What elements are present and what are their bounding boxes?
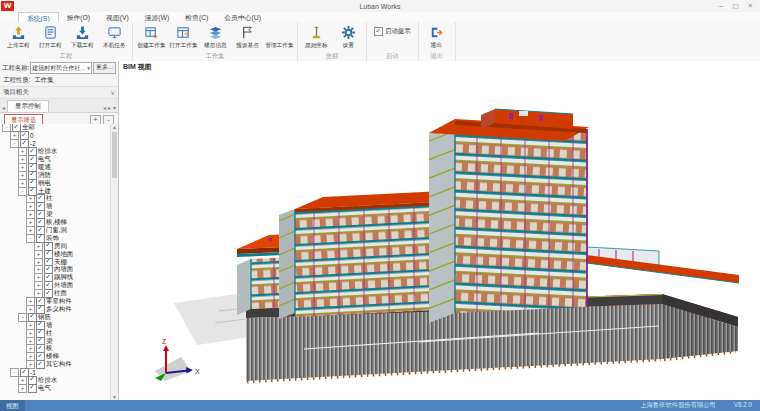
- menu-tab-检查(C)[interactable]: 检查(C): [177, 12, 216, 22]
- ribbon-button-label: 管理工作集: [265, 41, 293, 49]
- checkbox-checked-icon[interactable]: [36, 360, 45, 369]
- ribbon-button-label: 预设基点: [236, 41, 259, 49]
- ribbon-button-本机任务[interactable]: 本机任务: [98, 23, 130, 51]
- floor-info-icon: [208, 25, 223, 40]
- tree-item-电气[interactable]: +电气: [0, 384, 111, 392]
- download-icon: [75, 25, 90, 40]
- menu-tab-会员中心(U)[interactable]: 会员中心(U): [216, 12, 269, 22]
- tree-item-钢筋[interactable]: -钢筋: [0, 313, 111, 321]
- tree-item-消防[interactable]: +消防: [0, 171, 111, 179]
- tree-item-label: 其它构件: [46, 360, 72, 369]
- scrollbar-thumb[interactable]: [112, 132, 117, 178]
- tab-menu-icon[interactable]: ▾: [112, 104, 117, 112]
- chevron-down-icon[interactable]: ∨: [111, 89, 115, 96]
- ribbon-button-原始坐标[interactable]: 原始坐标: [300, 23, 332, 51]
- status-company: 上海鲁班软件股份有限公司: [640, 401, 716, 410]
- tree-item-墙[interactable]: +墙: [0, 321, 111, 329]
- expand-toggle-icon[interactable]: +: [18, 384, 27, 393]
- ribbon-button-上传工程[interactable]: 上传工程: [2, 23, 34, 51]
- project-property-label: 工程性质:: [3, 76, 30, 85]
- ribbon-group-坐标: 原始坐标设置坐标: [298, 22, 367, 61]
- menu-tab-漫游(W)[interactable]: 漫游(W): [137, 12, 178, 22]
- status-bar: 视图 上海鲁班软件股份有限公司 V8.2.0: [0, 400, 760, 411]
- tree-item-给排水[interactable]: +给排水: [0, 377, 111, 385]
- maximize-icon[interactable]: ▢: [732, 2, 738, 10]
- checkbox-checked-icon[interactable]: [44, 289, 53, 298]
- menu-tab-操作(O)[interactable]: 操作(O): [59, 12, 98, 22]
- tree-item-柱[interactable]: +柱: [0, 195, 111, 203]
- open-project-icon: [43, 25, 58, 40]
- axis-gizmo: Z X: [155, 338, 200, 381]
- ribbon-button-label: 退出: [431, 41, 442, 49]
- viewport-tab-label: BIM 视图: [123, 62, 152, 72]
- left-panel: 工程名称: 建德村村民合作社-施工模型 ▾ 更多... 工程性质: 工作集 项目…: [0, 61, 119, 400]
- upload-icon: [11, 25, 26, 40]
- scroll-up-icon[interactable]: ▲: [111, 124, 118, 130]
- ribbon-button-退出[interactable]: 退出: [421, 23, 453, 51]
- ribbon-button-label: 原始坐标: [305, 41, 328, 49]
- ribbon-button-label: 上传工程: [7, 41, 30, 49]
- checkbox-启动提示[interactable]: 启动提示: [369, 23, 416, 51]
- tab-display-control[interactable]: 显示控制: [7, 100, 49, 112]
- project-property-row: 工程性质: 工作集: [0, 75, 118, 86]
- tree-item-label: 0: [30, 132, 34, 139]
- ribbon-button-预设基点[interactable]: 预设基点: [231, 23, 263, 51]
- manage-workset-icon: [272, 25, 287, 40]
- tree-item-墙[interactable]: +墙: [0, 203, 111, 211]
- tree-item-多义构件[interactable]: +多义构件: [0, 305, 111, 313]
- ribbon-button-打开工作集[interactable]: 打开工作集: [167, 23, 199, 51]
- project-name-combobox[interactable]: 建德村村民合作社-施工模型 ▾: [30, 62, 92, 74]
- ribbon-button-下载工程[interactable]: 下载工程: [66, 23, 98, 51]
- axis-x-label: X: [195, 368, 200, 375]
- ribbon-group-label: 坐标: [300, 51, 364, 61]
- ribbon-button-label: 打开工程: [39, 41, 62, 49]
- window-controls: ─ ▢ ✕: [719, 2, 760, 10]
- project-property-value: 工作集: [34, 76, 53, 85]
- tree-scrollbar[interactable]: ▲ ▼: [110, 124, 118, 400]
- ribbon-button-楼层信息[interactable]: 楼层信息: [199, 23, 231, 51]
- tree-item-弱电[interactable]: +弱电: [0, 179, 111, 187]
- chevron-down-icon: ▾: [87, 65, 90, 71]
- more-button[interactable]: 更多...: [93, 62, 116, 74]
- ribbon-group-工作集: 创建工作集打开工作集楼层信息预设基点管理工作集工作集: [133, 22, 298, 61]
- ribbon-button-创建工作集[interactable]: 创建工作集: [135, 23, 167, 51]
- menu-tab-系统(S)[interactable]: 系统(S): [18, 12, 59, 22]
- close-icon[interactable]: ✕: [748, 2, 753, 10]
- ribbon-group-工程: 上传工程打开工程下载工程本机任务工程: [0, 22, 133, 61]
- open-workset-icon: [176, 25, 191, 40]
- right-deck-wing: [587, 247, 739, 283]
- tree-item-电气[interactable]: +电气: [0, 156, 111, 164]
- base-point-icon: [240, 25, 255, 40]
- tree-item-梁[interactable]: +梁: [0, 337, 111, 345]
- tree-item-全部[interactable]: -全部: [0, 124, 111, 132]
- tree-item-给排水[interactable]: +给排水: [0, 148, 111, 156]
- tree-item-暖通[interactable]: +暖通: [0, 163, 111, 171]
- ribbon-group-label: 工程: [2, 51, 130, 61]
- ribbon-button-label: 设置: [342, 41, 353, 49]
- create-workset-icon: [144, 25, 159, 40]
- project-name-label: 工程名称:: [2, 64, 29, 73]
- ribbon-button-管理工作集[interactable]: 管理工作集: [263, 23, 295, 51]
- tab-scroll-left-icon[interactable]: ◂: [1, 104, 6, 112]
- ribbon-button-label: 本机任务: [103, 41, 126, 49]
- luban-works-window: W Luban Works ─ ▢ ✕ 系统(S)操作(O)视图(V)漫游(W)…: [0, 0, 760, 411]
- checkbox-checked-icon[interactable]: [36, 305, 45, 314]
- tree-item-label: 电气: [38, 384, 51, 393]
- ribbon-button-label: 楼层信息: [204, 41, 227, 49]
- ribbon-button-打开工程[interactable]: 打开工程: [34, 23, 66, 51]
- ribbon-button-label: 创建工作集: [137, 41, 165, 49]
- menu-tab-视图(V)[interactable]: 视图(V): [98, 12, 137, 22]
- axis-z-label: Z: [162, 338, 167, 345]
- project-related-section[interactable]: 项目相关 ∨: [0, 86, 118, 99]
- coordinate-icon: [309, 25, 324, 40]
- bim-viewport[interactable]: BIM 视图: [119, 61, 760, 400]
- checkbox-checked-icon[interactable]: [28, 384, 37, 393]
- ribbon-button-label: 下载工程: [71, 41, 94, 49]
- ribbon-button-设置[interactable]: 设置: [332, 23, 364, 51]
- tree-item-土建[interactable]: -土建: [0, 187, 111, 195]
- tree-item-柱[interactable]: +柱: [0, 329, 111, 337]
- ribbon-group-label: 退出: [421, 51, 453, 61]
- status-version: V8.2.0: [734, 401, 752, 410]
- minimize-icon[interactable]: ─: [719, 2, 724, 10]
- model-tree: -全部+0--2+给排水+电气+暖通+消防+弱电-土建+柱+墙+梁+板,楼梯+门…: [0, 124, 111, 400]
